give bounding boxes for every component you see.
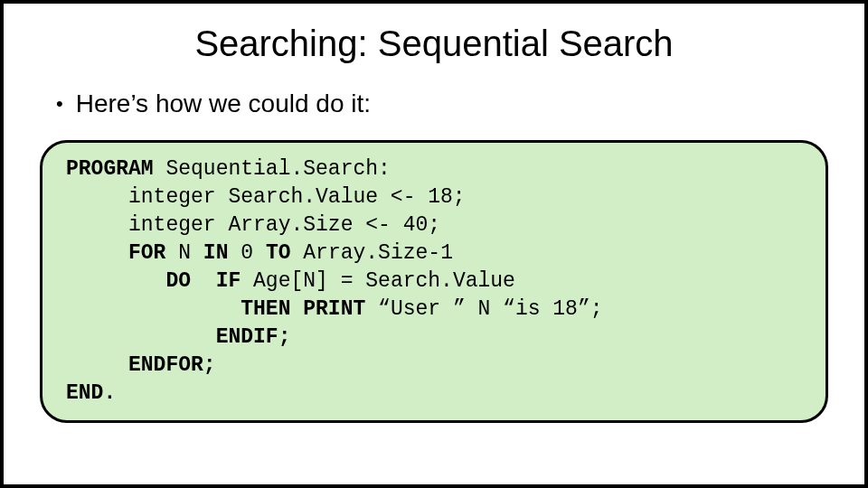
kw-if: IF	[216, 269, 241, 293]
slide-title: Searching: Sequential Search	[4, 23, 864, 64]
code-l4a	[66, 241, 128, 265]
kw-print: PRINT	[303, 297, 365, 321]
code-l8a	[66, 353, 128, 377]
code-l5c: Age[N] = Search.Value	[241, 269, 515, 293]
bullet-item: • Here’s how we could do it:	[56, 89, 864, 118]
code-l4b: N	[165, 241, 203, 265]
code-line-3: integer Array.Size <- 40;	[66, 213, 440, 237]
bullet-dot-icon: •	[56, 94, 63, 114]
kw-endfor: ENDFOR;	[128, 353, 216, 377]
code-l6b	[290, 297, 303, 321]
code-l5a	[66, 269, 165, 293]
kw-endif: ENDIF;	[216, 325, 291, 349]
kw-end: END.	[66, 381, 116, 405]
kw-then: THEN	[241, 297, 290, 321]
slide: Searching: Sequential Search • Here’s ho…	[0, 0, 868, 488]
kw-in: IN	[203, 241, 229, 265]
code-block: PROGRAM Sequential.Search: integer Searc…	[40, 140, 828, 423]
code-l4c: 0	[228, 241, 265, 265]
kw-do: DO	[165, 269, 191, 293]
kw-program: PROGRAM	[66, 157, 154, 181]
bullet-list: • Here’s how we could do it:	[56, 89, 864, 118]
kw-to: TO	[266, 241, 291, 265]
bullet-text: Here’s how we could do it:	[76, 89, 371, 118]
code-prog-name: Sequential.Search:	[154, 157, 391, 181]
code-l5b	[191, 269, 216, 293]
code-line-2: integer Search.Value <- 18;	[66, 185, 466, 209]
code-l6c: “User ” N “is 18”;	[365, 297, 602, 321]
code-l6a	[66, 297, 241, 321]
code-l7a	[66, 325, 216, 349]
kw-for: FOR	[128, 241, 165, 265]
code-l4d: Array.Size-1	[291, 241, 453, 265]
